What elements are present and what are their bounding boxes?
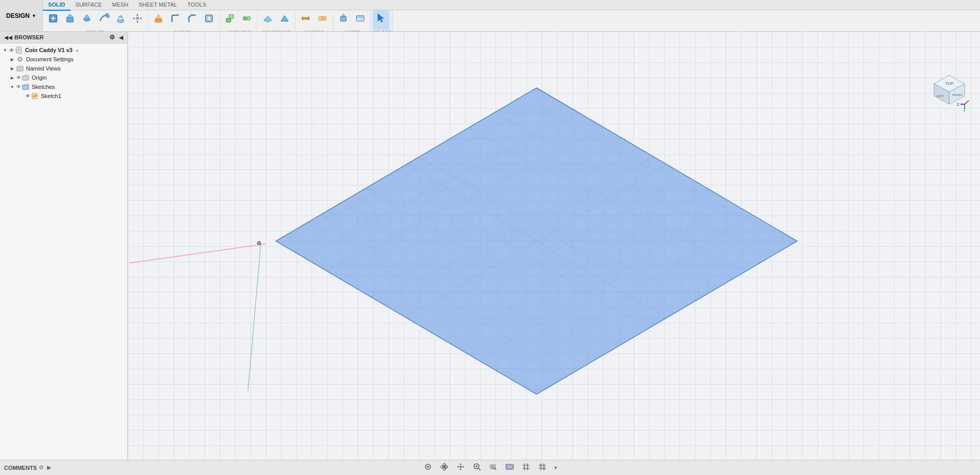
tab-surface[interactable]: SURFACE (71, 0, 107, 11)
measure-btn[interactable] (297, 10, 314, 30)
svg-marker-101 (463, 466, 464, 468)
tree-item-coin-caddy[interactable]: ▼ 👁 Coin Caddy V1 v3 ● (0, 45, 127, 55)
svg-text:Y: Y (963, 109, 966, 113)
svg-point-102 (460, 466, 462, 468)
press-pull-btn[interactable] (150, 10, 167, 30)
sweep-btn[interactable] (96, 10, 112, 30)
bottom-center: ▾ (422, 461, 559, 474)
assemble-section: ASSEMBLE (220, 10, 258, 31)
svg-line-86 (965, 101, 969, 104)
svg-rect-31 (340, 16, 346, 21)
history-marker-icon: ● (76, 48, 79, 53)
fit-view-icon[interactable] (422, 461, 435, 474)
grid-settings-icon[interactable] (520, 461, 533, 474)
svg-point-95 (444, 466, 446, 468)
svg-text:X: X (969, 98, 970, 101)
gear-icon (16, 56, 24, 63)
comments-label: COMMENTS (4, 465, 37, 471)
svg-point-8 (119, 15, 122, 17)
browser-content: ▼ 👁 Coin Caddy V1 v3 ● ▶ Document Settin… (0, 43, 127, 460)
document-settings-label: Document Settings (26, 56, 74, 62)
view-style-icon[interactable] (503, 461, 517, 474)
sketch-icon (31, 92, 38, 100)
modify-label: MODIFY (150, 30, 217, 32)
svg-point-6 (105, 13, 109, 18)
interference-btn[interactable] (314, 10, 331, 30)
revolve-btn[interactable] (79, 10, 95, 30)
svg-text:LEFT: LEFT (937, 94, 944, 98)
insert-canvas-btn[interactable] (352, 10, 368, 30)
zoom-window-icon[interactable] (487, 461, 500, 474)
pan-icon[interactable] (454, 461, 468, 474)
svg-marker-24 (281, 15, 289, 21)
tree-item-named-views[interactable]: ▶ Named Views (0, 64, 127, 73)
browser-panel: ◀◀ BROWSER ⚙ ◀ ▼ 👁 Coin Caddy V1 v3 ● ▶ … (0, 32, 128, 460)
document-icon (15, 46, 22, 54)
eye-icon[interactable]: 👁 (9, 48, 14, 53)
svg-marker-15 (156, 14, 160, 18)
tree-item-sketches[interactable]: ▼ 👁 Sketches (0, 82, 127, 91)
construct-label: CONSTRUCT (260, 30, 293, 32)
create-section: CREATE (43, 10, 148, 31)
tab-solid[interactable]: SOLID (43, 0, 71, 11)
fillet-btn[interactable] (167, 10, 183, 30)
svg-rect-19 (229, 14, 234, 18)
insert-mesh-btn[interactable] (335, 10, 352, 30)
svg-rect-17 (207, 16, 211, 20)
tree-arrow: ▶ (9, 65, 15, 72)
folder-icon (16, 65, 24, 72)
comments-settings-icon[interactable]: ⚙ (39, 464, 44, 471)
svg-rect-111 (507, 465, 512, 468)
eye-icon[interactable]: 👁 (16, 84, 21, 89)
svg-marker-12 (140, 17, 142, 19)
view-cube[interactable]: TOP LEFT FRONT X Y Z (929, 73, 970, 113)
select-label: SELECT (373, 30, 391, 32)
orbit-icon[interactable] (438, 461, 451, 474)
tree-arrow-sketches: ▼ (9, 84, 15, 90)
new-component-assemble-btn[interactable] (222, 10, 238, 30)
tree-item-sketch1[interactable]: ▶ 👁 Sketch1 (0, 91, 127, 101)
svg-rect-3 (67, 17, 74, 22)
select-btn[interactable] (373, 10, 389, 30)
svg-marker-10 (136, 21, 138, 23)
inspect-label: INSPECT (297, 30, 331, 32)
coin-caddy-label: Coin Caddy V1 v3 (25, 47, 73, 53)
bottom-bar: COMMENTS ⚙ ▶ (0, 460, 980, 475)
more-display-icon[interactable]: ▾ (552, 464, 559, 471)
browser-close-icon[interactable]: ◀ (119, 35, 123, 40)
design-label: DESIGN (6, 12, 30, 19)
folder-icon (22, 74, 29, 81)
tab-tools[interactable]: TOOLS (182, 0, 212, 11)
new-component-btn[interactable] (45, 10, 61, 30)
construct-axis-btn[interactable] (276, 10, 293, 30)
extrude-btn[interactable] (62, 10, 78, 30)
browser-header: ◀◀ BROWSER ⚙ ◀ (0, 32, 127, 43)
move-copy-btn[interactable] (129, 10, 146, 30)
loft-btn[interactable] (112, 10, 129, 30)
svg-marker-98 (460, 463, 462, 465)
chamfer-btn[interactable] (184, 10, 200, 30)
svg-marker-100 (457, 466, 459, 468)
display-settings-icon[interactable] (536, 461, 549, 474)
collapse-browser-icon[interactable]: ◀◀ (4, 35, 12, 40)
svg-rect-33 (357, 15, 364, 21)
tab-mesh[interactable]: MESH (107, 0, 134, 11)
tree-item-origin[interactable]: ▶ 👁 Origin (0, 73, 127, 82)
tree-item-document-settings[interactable]: ▶ Document Settings (0, 55, 127, 64)
joint-btn[interactable] (239, 10, 255, 30)
sketch-plane (266, 83, 802, 399)
tab-sheet-metal[interactable]: SHEET METAL (133, 0, 182, 11)
comments-expand-icon[interactable]: ▶ (47, 464, 51, 471)
eye-icon[interactable]: 👁 (26, 93, 30, 99)
zoom-icon[interactable] (471, 461, 484, 474)
design-button[interactable]: DESIGN ▼ (0, 0, 43, 31)
modify-section: MODIFY (148, 10, 220, 31)
shell-btn[interactable] (201, 10, 217, 30)
eye-icon[interactable]: 👁 (16, 75, 21, 80)
svg-point-7 (118, 19, 124, 22)
create-label: CREATE (45, 30, 146, 32)
tree-arrow: ▶ (9, 75, 15, 81)
viewport[interactable]: TOP LEFT FRONT X Y Z (128, 32, 980, 460)
construct-plane-btn[interactable] (260, 10, 276, 30)
browser-settings-icon[interactable]: ⚙ (109, 34, 115, 41)
